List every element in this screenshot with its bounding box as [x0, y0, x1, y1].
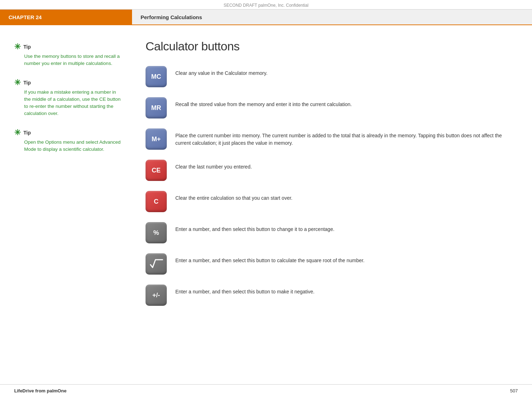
- page-number: 507: [510, 388, 518, 393]
- chapter-subtitle-text: Performing Calculations: [141, 14, 202, 20]
- chapter-header: CHAPTER 24 Performing Calculations: [0, 10, 532, 25]
- sidebar: ✳ Tip Use the memory buttons to store an…: [0, 39, 131, 316]
- chapter-subtitle: Performing Calculations: [131, 10, 532, 24]
- draft-text: SECOND DRAFT palmOne, Inc. Confidential: [224, 3, 308, 8]
- footer-left-text: LifeDrive from palmOne: [14, 388, 66, 393]
- calc-desc-1: Recall the stored value from the memory …: [175, 97, 511, 108]
- calc-row-3: CEClear the last number you entered.: [146, 160, 511, 181]
- tip-block-1: ✳ Tip Use the memory buttons to store an…: [14, 43, 121, 67]
- calc-row-7: +/-Enter a number, and then select this …: [146, 285, 511, 306]
- calc-icon-2: M+: [146, 128, 167, 150]
- tip-asterisk-2: ✳: [14, 79, 21, 87]
- tip-block-3: ✳ Tip Open the Options menu and select A…: [14, 129, 121, 153]
- calc-desc-4: Clear the entire calculation so that you…: [175, 191, 511, 202]
- calculator-buttons-list: MCClear any value in the Calculator memo…: [146, 66, 511, 306]
- tip-block-2: ✳ Tip If you make a mistake entering a n…: [14, 79, 121, 117]
- calc-icon-1: MR: [146, 97, 167, 118]
- section-title: Calculator buttons: [146, 39, 511, 53]
- calc-row-6: Enter a number, and then select this but…: [146, 253, 511, 275]
- tip-label-1: Tip: [23, 44, 31, 50]
- calc-desc-3: Clear the last number you entered.: [175, 160, 511, 171]
- draft-watermark: SECOND DRAFT palmOne, Inc. Confidential: [0, 0, 532, 10]
- chapter-title: CHAPTER 24: [0, 10, 131, 24]
- tip-text-2: If you make a mistake entering a number …: [14, 89, 121, 117]
- calc-desc-7: Enter a number, and then select this but…: [175, 285, 511, 296]
- calc-row-2: M+Place the current number into memory. …: [146, 128, 511, 150]
- calc-icon-5: %: [146, 222, 167, 243]
- calc-desc-2: Place the current number into memory. Th…: [175, 128, 511, 147]
- calc-icon-4: C: [146, 191, 167, 212]
- tip-label-3: Tip: [23, 130, 31, 136]
- main-content: ✳ Tip Use the memory buttons to store an…: [0, 25, 532, 330]
- calc-desc-6: Enter a number, and then select this but…: [175, 253, 511, 264]
- tip-text-1: Use the memory buttons to store and reca…: [14, 53, 121, 67]
- chapter-number: CHAPTER 24: [9, 14, 42, 20]
- page-footer: LifeDrive from palmOne 507: [0, 384, 532, 397]
- tip-asterisk-1: ✳: [14, 43, 21, 51]
- tip-label-2: Tip: [23, 80, 31, 86]
- tip-asterisk-3: ✳: [14, 129, 21, 137]
- calc-row-5: %Enter a number, and then select this bu…: [146, 222, 511, 243]
- calc-row-1: MRRecall the stored value from the memor…: [146, 97, 511, 118]
- tip-header-1: ✳ Tip: [14, 43, 121, 51]
- tip-text-3: Open the Options menu and select Advance…: [14, 139, 121, 153]
- calc-desc-5: Enter a number, and then select this but…: [175, 222, 511, 233]
- tip-header-2: ✳ Tip: [14, 79, 121, 87]
- tip-header-3: ✳ Tip: [14, 129, 121, 137]
- calc-icon-6: [146, 253, 167, 275]
- calc-row-4: CClear the entire calculation so that yo…: [146, 191, 511, 212]
- content-area: Calculator buttons MCClear any value in …: [131, 39, 532, 316]
- calc-icon-7: +/-: [146, 285, 167, 306]
- calc-row-0: MCClear any value in the Calculator memo…: [146, 66, 511, 87]
- calc-desc-0: Clear any value in the Calculator memory…: [175, 66, 511, 77]
- calc-icon-0: MC: [146, 66, 167, 87]
- calc-icon-3: CE: [146, 160, 167, 181]
